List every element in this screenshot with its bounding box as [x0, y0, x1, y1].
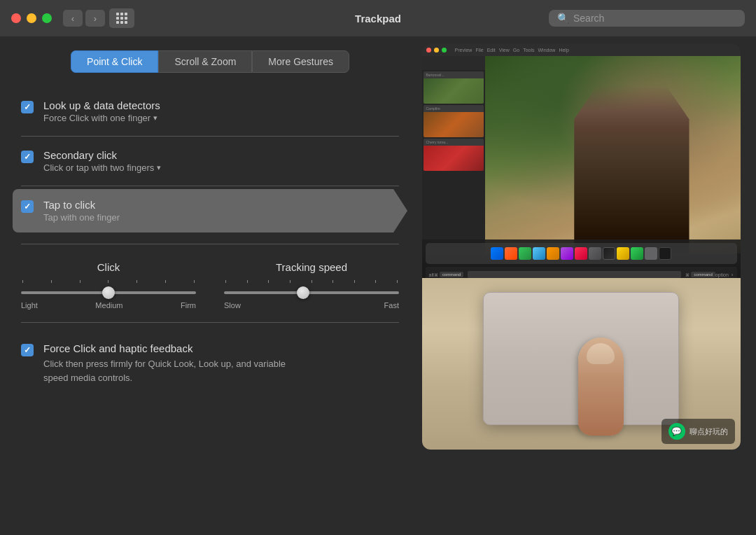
tick	[80, 280, 80, 283]
secondary-click-subtitle[interactable]: Click or tap with two fingers ▾	[43, 162, 161, 173]
divider-4	[21, 322, 399, 323]
kbd-arrow: ›	[732, 272, 734, 278]
secondary-click-subtitle-text: Click or tap with two fingers	[43, 162, 154, 173]
mini-main-area	[485, 56, 741, 253]
app-grid-button[interactable]	[109, 8, 134, 28]
kbd-command-label-r: command	[691, 272, 715, 277]
kbd-command-right-group: ⌘ command	[685, 272, 715, 277]
tracking-slider[interactable]	[224, 291, 399, 294]
tick	[165, 280, 166, 283]
titlebar: ‹ › Trackpad 🔍	[0, 0, 756, 36]
secondary-click-title: Secondary click	[43, 149, 161, 161]
kbd-command-label: command	[440, 272, 463, 277]
click-mid-label: Medium	[95, 301, 122, 310]
search-icon: 🔍	[557, 13, 569, 24]
click-slider-label: Click	[21, 261, 196, 273]
tick	[22, 280, 23, 283]
watermark-text: 聊点好玩的	[690, 426, 728, 437]
right-panel: PreviewFileEditViewGoToolsWindowHelp Bar…	[420, 36, 756, 535]
mini-titlebar: PreviewFileEditViewGoToolsWindowHelp	[422, 43, 741, 56]
tick	[290, 280, 290, 283]
lookup-title: Look up & data detectors	[43, 99, 160, 111]
tap-to-click-text: Tap to click Tap with one finger	[43, 199, 120, 223]
mini-menu: PreviewFileEditViewGoToolsWindowHelp	[455, 48, 569, 53]
tick	[247, 280, 248, 283]
dock-icon-5	[547, 247, 559, 260]
preview-container: PreviewFileEditViewGoToolsWindowHelp Bar…	[422, 43, 741, 450]
mini-maximize	[442, 48, 447, 53]
mini-close	[426, 48, 431, 53]
dock-icon-9	[603, 247, 615, 260]
tick	[375, 280, 376, 283]
close-button[interactable]	[11, 13, 21, 23]
mini-dock	[426, 243, 737, 264]
tap-to-click-checkbox[interactable]: ✓	[21, 200, 34, 213]
minimize-button[interactable]	[27, 13, 36, 23]
force-click-description: Click then press firmly for Quick Look, …	[43, 357, 309, 384]
mini-dock-area: alt ⌘ command ⌘ command option ›	[422, 239, 741, 278]
back-button[interactable]: ‹	[63, 10, 83, 27]
force-click-text: Force Click and haptic feedback Click th…	[43, 342, 309, 384]
tick	[225, 280, 226, 283]
tab-bar: Point & Click Scroll & Zoom More Gesture…	[21, 50, 399, 73]
traffic-lights	[11, 13, 52, 23]
grid-icon	[116, 13, 127, 24]
maximize-button[interactable]	[42, 13, 52, 23]
dock-icon-4	[533, 247, 545, 260]
nav-buttons: ‹ ›	[63, 10, 105, 27]
tick	[136, 280, 137, 283]
secondary-click-dropdown-icon[interactable]: ▾	[157, 163, 161, 172]
lookup-subtitle-text: Force Click with one finger	[43, 113, 150, 123]
lookup-subtitle[interactable]: Force Click with one finger ▾	[43, 113, 160, 123]
click-slider[interactable]	[21, 291, 196, 294]
tracking-slider-label: Tracking speed	[224, 261, 399, 273]
dock-icon-8	[589, 247, 601, 260]
tracking-tick-marks	[224, 280, 399, 283]
click-min-label: Light	[21, 301, 38, 310]
kbd-spacebar	[468, 271, 681, 278]
forward-button[interactable]: ›	[85, 10, 105, 27]
dock-icon-6	[561, 247, 573, 260]
dock-icon-7	[575, 247, 587, 260]
dock-icon-10	[617, 247, 629, 260]
mini-sidebar: Bartonsvil... Campfire Cherry toma...	[422, 56, 485, 253]
mini-toolbar	[422, 56, 485, 70]
tap-to-click-setting: ✓ Tap to click Tap with one finger	[13, 189, 407, 232]
tab-point-click[interactable]: Point & Click	[71, 50, 158, 73]
checkmark-icon: ✓	[24, 102, 31, 112]
force-click-checkbox[interactable]: ✓	[21, 344, 34, 356]
tick	[397, 280, 398, 283]
lookup-dropdown-icon[interactable]: ▾	[153, 113, 158, 123]
lookup-checkbox[interactable]: ✓	[21, 101, 34, 113]
tab-more-gestures[interactable]: More Gestures	[252, 50, 349, 73]
secondary-click-checkbox[interactable]: ✓	[21, 151, 34, 163]
finger-shape	[578, 338, 624, 436]
dock-icon-2	[505, 247, 517, 260]
person-silhouette	[574, 85, 689, 253]
tracking-slider-row	[224, 284, 399, 297]
mini-thumb-3: Cherry toma...	[424, 139, 484, 171]
kbd-command-left-group: ⌘ command	[434, 272, 463, 277]
tick	[51, 280, 52, 283]
dock-icon-3	[519, 247, 531, 260]
kbd-alt-right: option	[715, 272, 729, 277]
wechat-icon: 💬	[668, 423, 685, 440]
force-click-item: ✓ Force Click and haptic feedback Click …	[21, 342, 399, 384]
dock-icon-12	[645, 247, 657, 260]
tick	[194, 280, 195, 283]
tick	[332, 280, 333, 283]
tracking-min-label: Slow	[224, 301, 241, 310]
window-title: Trackpad	[355, 13, 401, 25]
mini-window: PreviewFileEditViewGoToolsWindowHelp Bar…	[422, 43, 741, 253]
search-input[interactable]	[573, 13, 736, 24]
search-bar[interactable]: 🔍	[549, 10, 745, 27]
divider-3	[21, 244, 399, 244]
tap-to-click-title: Tap to click	[43, 199, 120, 211]
tick	[354, 280, 355, 283]
kbd-alt-left: alt	[429, 272, 434, 277]
tap-to-click-subtitle: Tap with one finger	[43, 212, 120, 223]
tracking-max-label: Fast	[384, 301, 399, 310]
tab-scroll-zoom[interactable]: Scroll & Zoom	[158, 50, 252, 73]
lookup-text: Look up & data detectors Force Click wit…	[43, 99, 160, 123]
sliders-section: Click Light Medium Firm	[21, 247, 399, 317]
